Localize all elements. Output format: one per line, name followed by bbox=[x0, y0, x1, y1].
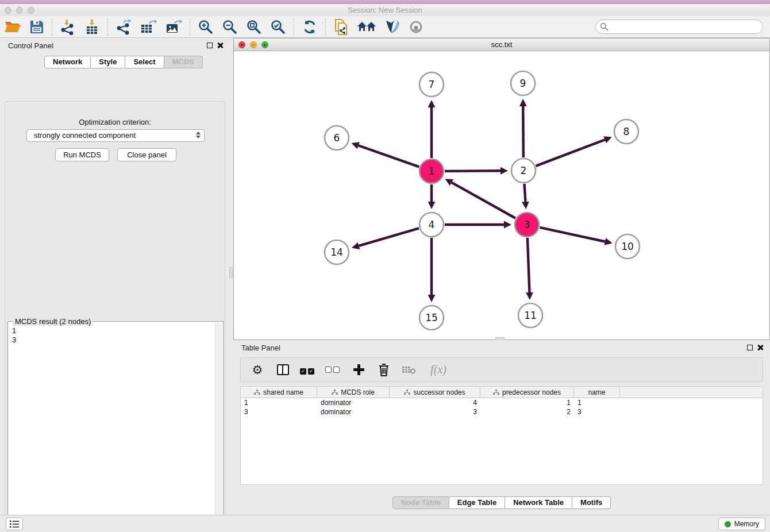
node-table[interactable]: shared nameMCDS rolesuccessor nodesprede… bbox=[240, 386, 763, 485]
task-history-button[interactable] bbox=[6, 518, 23, 530]
edge-2-3[interactable] bbox=[524, 184, 525, 202]
cell-shared-name[interactable]: 1 bbox=[241, 398, 317, 407]
close-table-panel-icon[interactable] bbox=[757, 344, 764, 351]
main-toolbar bbox=[0, 16, 770, 38]
search-input[interactable] bbox=[595, 20, 763, 34]
export-network-button[interactable] bbox=[111, 18, 136, 36]
cell-MCDS-role[interactable]: dominator bbox=[317, 407, 390, 417]
open-session-button[interactable] bbox=[0, 18, 25, 36]
tab-motifs[interactable]: Motifs bbox=[572, 496, 611, 509]
close-panel-button[interactable]: Close panel bbox=[117, 148, 176, 161]
float-panel-icon[interactable] bbox=[207, 43, 213, 48]
vizmapper-button[interactable] bbox=[380, 18, 404, 36]
delete-column-button[interactable] bbox=[375, 361, 392, 379]
function-builder-button[interactable]: f(x) bbox=[426, 361, 451, 379]
dropdown-stepper-icon bbox=[196, 132, 201, 138]
node-label-9: 9 bbox=[520, 78, 526, 89]
edge-2-8[interactable] bbox=[536, 140, 605, 166]
node-label-15: 15 bbox=[425, 312, 438, 323]
control-panel-title: Control Panel bbox=[8, 41, 53, 50]
window-titlebar[interactable]: Session: New Session bbox=[0, 4, 770, 16]
tab-node-table[interactable]: Node Table bbox=[392, 496, 449, 509]
zoom-selected-button[interactable] bbox=[266, 18, 290, 36]
edge-4-14[interactable] bbox=[359, 228, 419, 245]
cell-MCDS-role[interactable]: dominator bbox=[317, 398, 390, 407]
tab-mcds[interactable]: MCDS bbox=[164, 56, 203, 68]
network-window-titlebar[interactable]: × − + scc.txt bbox=[234, 38, 769, 51]
refresh-view-button[interactable] bbox=[298, 18, 322, 36]
node-label-8: 8 bbox=[623, 126, 630, 137]
edge-arrow-4-15 bbox=[428, 295, 436, 302]
cell-name[interactable]: 3 bbox=[574, 407, 620, 417]
tab-network[interactable]: Network bbox=[44, 56, 91, 68]
import-table-button[interactable] bbox=[80, 18, 104, 36]
edge-2-9[interactable] bbox=[523, 106, 523, 157]
import-network-button[interactable] bbox=[56, 18, 80, 36]
show-columns-button[interactable] bbox=[274, 361, 291, 379]
clone-network-button[interactable] bbox=[329, 18, 353, 36]
result-scrollbar[interactable] bbox=[215, 323, 222, 532]
cell-predecessor-nodes[interactable]: 2 bbox=[480, 407, 574, 417]
fx-icon: f(x) bbox=[430, 363, 446, 376]
trash-icon bbox=[378, 363, 390, 377]
mcds-result-text[interactable]: 1 3 bbox=[10, 326, 214, 532]
control-panel-header: Control Panel bbox=[0, 40, 230, 52]
table-row[interactable]: 3dominator323 bbox=[241, 407, 763, 417]
edge-arrow-3-10 bbox=[605, 238, 613, 245]
cell-name[interactable]: 1 bbox=[574, 398, 620, 407]
delete-table-button[interactable] bbox=[401, 361, 418, 379]
vizmapper-icon bbox=[384, 20, 400, 34]
float-table-panel-icon[interactable] bbox=[747, 345, 753, 350]
tab-style[interactable]: Style bbox=[91, 56, 125, 68]
select-all-button[interactable]: ✓✓ bbox=[299, 361, 317, 379]
edge-3-11[interactable] bbox=[528, 238, 530, 292]
network-graph-canvas[interactable]: 1234678910111415 bbox=[234, 51, 769, 340]
cybrowser-home-button[interactable] bbox=[353, 18, 380, 36]
edge-1-6[interactable] bbox=[359, 145, 419, 167]
close-panel-icon[interactable] bbox=[217, 42, 224, 49]
column-header-MCDS-role[interactable]: MCDS role bbox=[317, 387, 390, 398]
column-settings-button[interactable]: ⚙ bbox=[249, 361, 266, 379]
export-table-button[interactable] bbox=[136, 18, 161, 36]
search-field-wrap bbox=[595, 20, 763, 34]
edge-1-2[interactable] bbox=[445, 171, 500, 171]
zoom-in-button[interactable] bbox=[194, 18, 218, 36]
search-icon bbox=[600, 22, 609, 31]
control-panel-tabs: NetworkStyleSelectMCDS bbox=[44, 56, 203, 68]
hide-panel-button[interactable] bbox=[404, 18, 428, 36]
toolbar-separator bbox=[294, 18, 294, 36]
column-header-shared-name[interactable]: shared name bbox=[241, 387, 317, 398]
save-session-button[interactable] bbox=[25, 18, 48, 36]
plus-icon bbox=[353, 364, 364, 375]
list-icon bbox=[9, 519, 20, 529]
criterion-dropdown[interactable]: strongly connected component bbox=[26, 129, 205, 142]
deselect-all-button[interactable] bbox=[325, 361, 342, 379]
app-window: Session: New Session Cont bbox=[0, 0, 770, 532]
memory-button[interactable]: Memory bbox=[718, 518, 765, 530]
cell-successor-nodes[interactable]: 3 bbox=[390, 407, 480, 417]
edge-3-10[interactable] bbox=[540, 228, 605, 242]
table-row[interactable]: 1dominator411 bbox=[241, 398, 763, 407]
zoom-out-button[interactable] bbox=[218, 18, 242, 36]
cell-shared-name[interactable]: 3 bbox=[241, 407, 317, 417]
add-column-button[interactable] bbox=[350, 361, 367, 379]
refresh-icon bbox=[302, 19, 318, 35]
tab-select[interactable]: Select bbox=[125, 56, 164, 68]
node-table-header-row: shared nameMCDS rolesuccessor nodesprede… bbox=[241, 387, 763, 398]
cell-predecessor-nodes[interactable]: 1 bbox=[480, 398, 574, 407]
run-mcds-button[interactable]: Run MCDS bbox=[55, 148, 109, 161]
vertical-splitter-grip[interactable] bbox=[229, 267, 233, 277]
zoom-fit-button[interactable] bbox=[242, 18, 266, 36]
column-header-predecessor-nodes[interactable]: predecessor nodes bbox=[480, 387, 574, 398]
tab-network-table[interactable]: Network Table bbox=[505, 496, 572, 509]
clone-network-icon bbox=[333, 18, 349, 36]
column-header-name[interactable]: name bbox=[574, 387, 620, 398]
table-panel-tabs: Node TableEdge TableNetwork TableMotifs bbox=[233, 496, 770, 509]
edge-3-1[interactable] bbox=[452, 183, 515, 218]
tab-edge-table[interactable]: Edge Table bbox=[449, 496, 505, 509]
toolbar-separator bbox=[107, 18, 108, 36]
hierarchy-icon bbox=[332, 390, 338, 395]
cell-successor-nodes[interactable]: 4 bbox=[390, 398, 480, 407]
export-image-button[interactable] bbox=[161, 18, 186, 36]
column-header-successor-nodes[interactable]: successor nodes bbox=[390, 387, 480, 398]
